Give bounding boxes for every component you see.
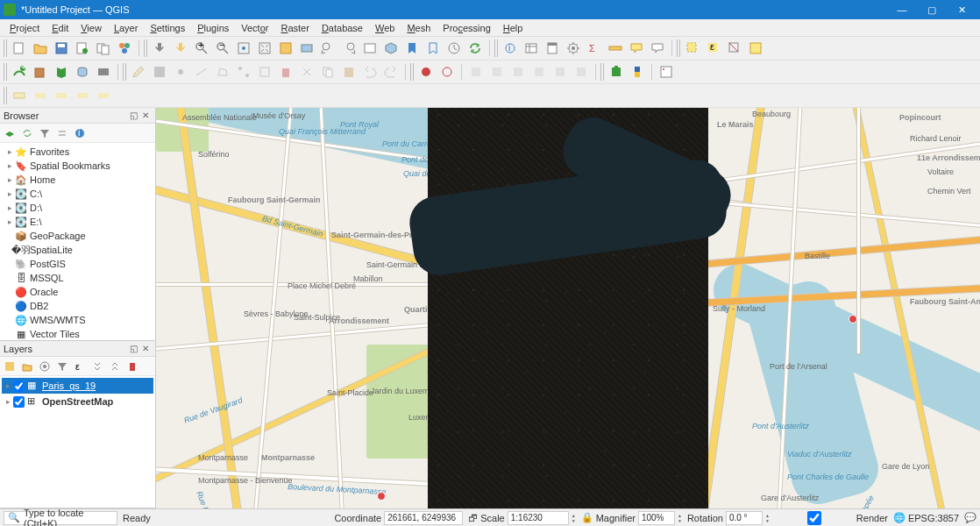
expression-filter-button[interactable]: ε (72, 359, 88, 374)
identify-button[interactable]: i (501, 39, 520, 58)
new-print-layout-button[interactable] (73, 39, 92, 58)
browser-item-spatial-bookmarks[interactable]: ▸🔖Spatial Bookmarks (0, 159, 155, 173)
deselect-button[interactable] (725, 39, 744, 58)
menu-web[interactable]: Web (369, 23, 401, 33)
style-manager-button[interactable] (115, 39, 134, 58)
label-tool-2[interactable] (31, 86, 50, 105)
measure-button[interactable] (606, 39, 625, 58)
browser-item-vector-tiles[interactable]: ▦Vector Tiles (0, 327, 155, 340)
map-tips-button[interactable] (627, 39, 646, 58)
menu-database[interactable]: Database (316, 23, 369, 33)
remove-layer-button[interactable] (124, 359, 140, 374)
zoom-in-button[interactable]: + (192, 39, 211, 58)
layer-row-paris-qs-19[interactable]: ▸▦Paris_qs_19 (2, 378, 153, 394)
toolbar-handle[interactable] (144, 39, 148, 57)
minimize-button[interactable]: — (887, 0, 917, 19)
toolbar-handle[interactable] (4, 63, 8, 81)
properties-button[interactable]: i (72, 125, 88, 141)
layer-visibility-checkbox[interactable] (13, 380, 25, 392)
coord-input[interactable] (384, 511, 463, 525)
filter-legend-button[interactable] (54, 359, 70, 374)
new-project-button[interactable] (10, 39, 29, 58)
scale-input[interactable] (508, 511, 569, 525)
label-tool-1[interactable] (10, 86, 29, 105)
plugin-manager-button[interactable] (607, 62, 626, 82)
save-project-button[interactable] (52, 39, 71, 58)
add-group-button[interactable] (19, 359, 35, 374)
copy-button[interactable] (318, 62, 337, 82)
add-polygon-button[interactable] (213, 62, 232, 82)
new-virtual-button[interactable] (94, 62, 113, 82)
menu-settings[interactable]: Settings (144, 23, 191, 33)
help-contents-button[interactable] (657, 62, 676, 82)
close-button[interactable]: ✕ (947, 0, 976, 19)
rotation-input[interactable] (726, 511, 763, 525)
new-bookmark-button[interactable] (402, 39, 422, 58)
magnifier-input[interactable] (638, 511, 675, 525)
zoom-selection-button[interactable] (276, 39, 295, 58)
browser-item-spatialite[interactable]: �羽SpatiaLite (0, 243, 155, 257)
refresh-button[interactable] (465, 39, 485, 58)
toolbar-handle[interactable] (600, 63, 605, 81)
open-project-button[interactable] (31, 39, 50, 58)
advanced-3[interactable] (508, 62, 528, 82)
label-tool-5[interactable] (94, 86, 113, 105)
statistics-button[interactable]: Σ (585, 39, 604, 58)
browser-undock-button[interactable]: ◱ (127, 110, 139, 122)
toolbar-handle[interactable] (4, 87, 8, 104)
layer-visibility-checkbox[interactable] (13, 396, 25, 408)
zoom-native-button[interactable] (234, 39, 253, 58)
browser-item-geopackage[interactable]: 📦GeoPackage (0, 229, 155, 243)
delete-selected-button[interactable] (276, 62, 295, 82)
add-layer-button[interactable] (2, 125, 18, 141)
browser-item-d-[interactable]: ▸💽D:\ (0, 201, 155, 215)
save-edits-button[interactable] (150, 62, 169, 82)
add-point-button[interactable] (171, 62, 190, 82)
new-gpkg-button[interactable] (31, 62, 50, 82)
new-map-view-button[interactable] (360, 39, 380, 58)
zoom-last-button[interactable] (318, 39, 337, 58)
menu-raster[interactable]: Raster (274, 23, 315, 33)
menu-processing[interactable]: Processing (437, 23, 496, 33)
toolbar-handle[interactable] (677, 39, 681, 57)
new-spatialite-button[interactable] (73, 62, 92, 82)
messages-icon[interactable]: 💬 (964, 512, 976, 523)
advanced-2[interactable] (487, 62, 507, 82)
layers-undock-button[interactable]: ◱ (127, 343, 139, 355)
manage-themes-button[interactable] (37, 359, 53, 374)
select-features-button[interactable] (683, 39, 702, 58)
map-canvas[interactable]: Assemblée Nationale Musée d'Orsay Pont R… (156, 108, 980, 508)
label-tool-3[interactable] (52, 86, 71, 105)
edit-pencil-button[interactable] (129, 62, 148, 82)
menu-project[interactable]: Project (4, 23, 46, 33)
undo-button[interactable] (360, 62, 380, 82)
stream-digitize-button[interactable] (437, 62, 457, 82)
browser-item-postgis[interactable]: 🐘PostGIS (0, 257, 155, 271)
zoom-next-button[interactable] (339, 39, 359, 58)
zoom-layer-button[interactable] (297, 39, 316, 58)
collapse-layers-button[interactable] (107, 359, 123, 374)
browser-item-c-[interactable]: ▸💽C:\ (0, 187, 155, 201)
scale-down[interactable]: ▼ (572, 518, 576, 523)
menu-vector[interactable]: Vector (235, 23, 274, 33)
modify-button[interactable] (255, 62, 274, 82)
digitize-button[interactable] (416, 62, 436, 82)
zoom-full-button[interactable] (255, 39, 274, 58)
lock-icon[interactable]: 🔒 (581, 512, 593, 523)
browser-item-favorites[interactable]: ▸⭐Favorites (0, 145, 155, 159)
zoom-out-button[interactable]: − (213, 39, 232, 58)
advanced-5[interactable] (550, 62, 570, 82)
locator-input[interactable]: 🔍Type to locate (Ctrl+K) (4, 511, 117, 525)
expand-all-button[interactable] (89, 359, 105, 374)
temporal-button[interactable] (444, 39, 464, 58)
redo-button[interactable] (381, 62, 401, 82)
advanced-6[interactable] (572, 62, 591, 82)
render-checkbox[interactable] (775, 511, 854, 525)
new-3d-view-button[interactable] (381, 39, 401, 58)
processing-toolbox-button[interactable] (564, 39, 583, 58)
layer-row-openstreetmap[interactable]: ▸⊞OpenStreetMap (2, 394, 153, 409)
toolbar-handle[interactable] (494, 39, 499, 57)
paste-button[interactable] (339, 62, 359, 82)
field-calculator-button[interactable] (543, 39, 562, 58)
browser-close-button[interactable]: ✕ (139, 110, 152, 122)
